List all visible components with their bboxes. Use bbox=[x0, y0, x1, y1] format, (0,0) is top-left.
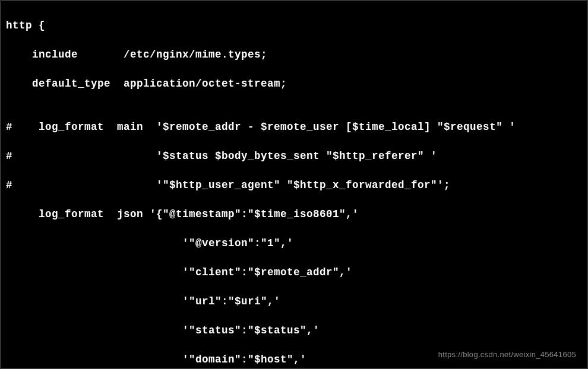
code-line: log_format json '{"@timestamp":"$time_is… bbox=[6, 207, 582, 222]
code-line: '"url":"$uri",' bbox=[6, 294, 582, 309]
code-line: # '$status $body_bytes_sent "$http_refer… bbox=[6, 149, 582, 164]
watermark-url: https://blog.csdn.net/weixin_45641605 bbox=[438, 350, 576, 359]
code-line: http { bbox=[6, 18, 582, 33]
code-line: '"client":"$remote_addr",' bbox=[6, 265, 582, 280]
code-line: '"@version":"1",' bbox=[6, 236, 582, 251]
code-line: '"status":"$status",' bbox=[6, 323, 582, 338]
code-line: # '"$http_user_agent" "$http_x_forwarded… bbox=[6, 178, 582, 193]
code-line: default_type application/octet-stream; bbox=[6, 77, 582, 91]
code-line: include /etc/nginx/mime.types; bbox=[6, 47, 582, 62]
nginx-config-code-block: http { include /etc/nginx/mime.types; de… bbox=[1, 1, 587, 369]
code-line: # log_format main '$remote_addr - $remot… bbox=[6, 120, 582, 135]
